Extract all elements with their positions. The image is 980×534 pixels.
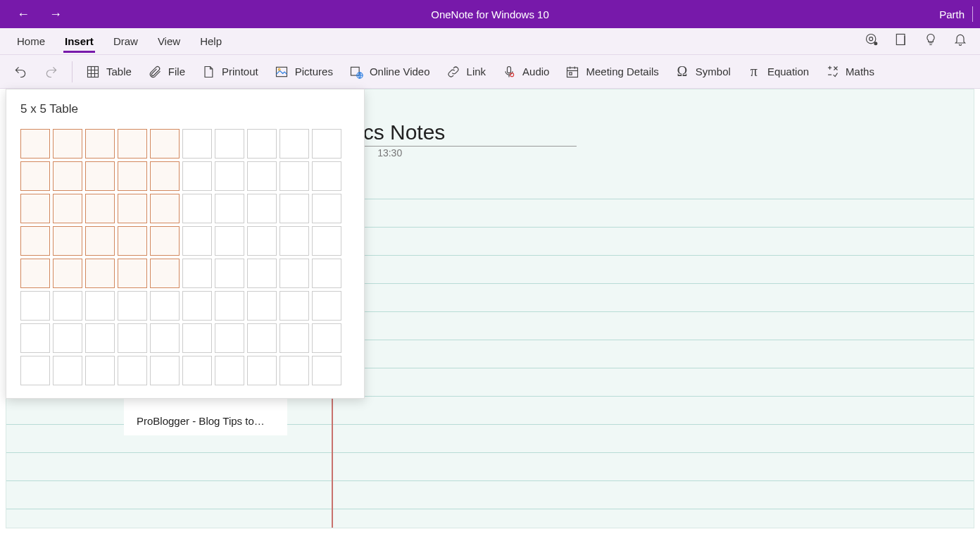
table-button[interactable]: Table (82, 61, 134, 82)
table-grid-cell[interactable] (118, 129, 147, 159)
table-grid-cell[interactable] (279, 291, 309, 321)
table-grid-cell[interactable] (85, 226, 115, 256)
table-grid-cell[interactable] (182, 194, 212, 223)
maths-button[interactable]: Maths (822, 61, 877, 82)
table-grid-cell[interactable] (20, 194, 50, 223)
table-grid-cell[interactable] (215, 129, 244, 159)
table-grid-cell[interactable] (312, 226, 341, 256)
table-grid-cell[interactable] (150, 323, 180, 353)
table-grid-cell[interactable] (150, 356, 180, 385)
table-grid-cell[interactable] (85, 129, 115, 159)
table-grid-cell[interactable] (312, 356, 341, 385)
redo-button[interactable] (41, 61, 62, 82)
link-button[interactable]: Link (443, 61, 489, 82)
lightbulb-icon[interactable] (924, 32, 938, 50)
table-grid-cell[interactable] (20, 161, 50, 191)
table-grid-cell[interactable] (118, 291, 147, 321)
table-grid-cell[interactable] (20, 226, 50, 256)
undo-button[interactable] (10, 61, 31, 82)
table-grid-cell[interactable] (20, 356, 50, 385)
table-grid-cell[interactable] (182, 129, 212, 159)
table-grid-cell[interactable] (279, 323, 309, 353)
table-grid-cell[interactable] (53, 291, 82, 321)
table-grid-cell[interactable] (118, 226, 147, 256)
user-name[interactable]: Parth (939, 8, 965, 20)
table-grid-cell[interactable] (215, 291, 244, 321)
printout-button[interactable]: Printout (198, 61, 261, 82)
table-grid-cell[interactable] (53, 129, 82, 159)
menu-home[interactable]: Home (7, 28, 55, 54)
table-grid-cell[interactable] (215, 356, 244, 385)
table-grid-cell[interactable] (247, 291, 277, 321)
symbol-button[interactable]: Ω Symbol (672, 61, 734, 82)
table-grid-cell[interactable] (150, 161, 180, 191)
table-grid-cell[interactable] (279, 161, 309, 191)
table-grid-cell[interactable] (53, 226, 82, 256)
list-item[interactable]: ProBlogger - Blog Tips to… (124, 406, 287, 435)
table-grid-cell[interactable] (279, 356, 309, 385)
equation-button[interactable]: π Equation (743, 61, 812, 82)
table-grid-cell[interactable] (20, 323, 50, 353)
table-grid-cell[interactable] (247, 259, 277, 288)
table-grid-cell[interactable] (247, 161, 277, 191)
table-grid-cell[interactable] (118, 161, 147, 191)
table-grid-cell[interactable] (85, 194, 115, 223)
table-grid-cell[interactable] (20, 259, 50, 288)
table-grid-cell[interactable] (182, 291, 212, 321)
table-grid-cell[interactable] (118, 323, 147, 353)
table-grid-cell[interactable] (182, 323, 212, 353)
table-grid-cell[interactable] (182, 226, 212, 256)
table-grid-cell[interactable] (53, 356, 82, 385)
table-grid-cell[interactable] (312, 291, 341, 321)
table-grid-cell[interactable] (85, 259, 115, 288)
file-button[interactable]: File (144, 61, 188, 82)
table-grid-cell[interactable] (53, 161, 82, 191)
table-grid-cell[interactable] (182, 259, 212, 288)
menu-draw[interactable]: Draw (103, 28, 148, 54)
table-grid-cell[interactable] (85, 291, 115, 321)
table-grid-cell[interactable] (150, 129, 180, 159)
table-grid-cell[interactable] (85, 323, 115, 353)
meeting-details-button[interactable]: Meeting Details (562, 61, 661, 82)
table-grid-cell[interactable] (247, 226, 277, 256)
table-grid-cell[interactable] (53, 194, 82, 223)
table-grid-cell[interactable] (118, 356, 147, 385)
sync-icon[interactable] (865, 32, 879, 50)
table-grid-cell[interactable] (53, 323, 82, 353)
table-grid-cell[interactable] (247, 129, 277, 159)
table-grid-cell[interactable] (247, 194, 277, 223)
table-grid-cell[interactable] (182, 161, 212, 191)
table-grid-cell[interactable] (150, 259, 180, 288)
table-grid-cell[interactable] (312, 259, 341, 288)
table-grid-cell[interactable] (118, 194, 147, 223)
table-grid-cell[interactable] (247, 356, 277, 385)
table-size-grid[interactable] (6, 129, 364, 385)
menu-view[interactable]: View (148, 28, 190, 54)
online-video-button[interactable]: Online Video (346, 61, 433, 82)
table-grid-cell[interactable] (215, 194, 244, 223)
pictures-button[interactable]: Pictures (271, 61, 336, 82)
page-view-icon[interactable] (894, 32, 908, 50)
table-grid-cell[interactable] (85, 161, 115, 191)
table-grid-cell[interactable] (279, 194, 309, 223)
table-grid-cell[interactable] (312, 129, 341, 159)
table-grid-cell[interactable] (215, 323, 244, 353)
table-grid-cell[interactable] (279, 259, 309, 288)
table-grid-cell[interactable] (182, 356, 212, 385)
table-grid-cell[interactable] (150, 291, 180, 321)
table-grid-cell[interactable] (85, 356, 115, 385)
table-grid-cell[interactable] (53, 259, 82, 288)
menu-help[interactable]: Help (190, 28, 232, 54)
table-grid-cell[interactable] (312, 323, 341, 353)
forward-arrow-icon[interactable]: → (49, 7, 62, 22)
table-grid-cell[interactable] (279, 226, 309, 256)
menu-insert[interactable]: Insert (55, 28, 103, 54)
table-grid-cell[interactable] (20, 129, 50, 159)
table-grid-cell[interactable] (312, 194, 341, 223)
audio-button[interactable]: Audio (498, 61, 552, 82)
table-grid-cell[interactable] (215, 161, 244, 191)
table-grid-cell[interactable] (312, 161, 341, 191)
table-grid-cell[interactable] (215, 259, 244, 288)
back-arrow-icon[interactable]: ← (17, 7, 30, 22)
table-grid-cell[interactable] (118, 259, 147, 288)
